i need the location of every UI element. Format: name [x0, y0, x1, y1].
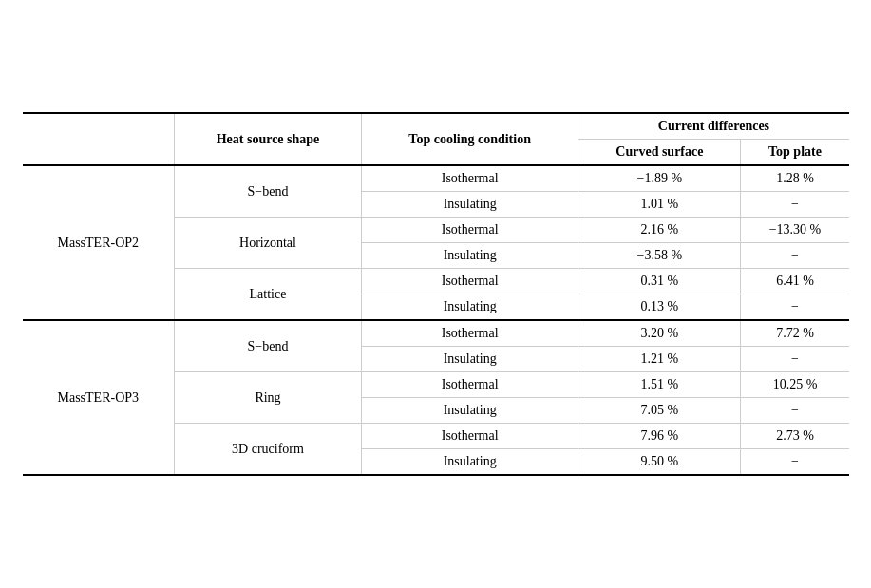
curved-value: 1.51 %: [578, 372, 741, 398]
table-container: Heat source shape Top cooling condition …: [23, 112, 849, 476]
condition-cell: Isothermal: [361, 269, 578, 294]
top-plate-value: 10.25 %: [741, 372, 849, 398]
top-plate-value: 1.28 %: [741, 165, 849, 192]
curved-value: 7.05 %: [578, 398, 741, 424]
curved-value: 3.20 %: [578, 320, 741, 347]
condition-cell: Isothermal: [361, 218, 578, 243]
condition-cell: Isothermal: [361, 424, 578, 449]
condition-cell: Insulating: [361, 294, 578, 321]
header-heat-source: Heat source shape: [175, 113, 362, 165]
curved-value: 7.96 %: [578, 424, 741, 449]
top-plate-value: −: [741, 243, 849, 269]
group-label: MassTER-OP3: [23, 320, 175, 475]
header-row-1: Heat source shape Top cooling condition …: [23, 113, 849, 140]
header-current-diff: Current differences: [578, 113, 849, 140]
shape-label: S−bend: [175, 165, 362, 218]
condition-cell: Insulating: [361, 398, 578, 424]
top-plate-value: −: [741, 347, 849, 372]
top-plate-value: −: [741, 398, 849, 424]
curved-value: −1.89 %: [578, 165, 741, 192]
condition-cell: Insulating: [361, 347, 578, 372]
table-row: MassTER-OP2S−bendIsothermal−1.89 %1.28 %: [23, 165, 849, 192]
header-top-cooling: Top cooling condition: [361, 113, 578, 165]
condition-cell: Isothermal: [361, 320, 578, 347]
shape-label: 3D cruciform: [175, 424, 362, 476]
curved-value: 0.13 %: [578, 294, 741, 321]
header-curved: Curved surface: [578, 140, 741, 166]
condition-cell: Insulating: [361, 449, 578, 476]
group-label: MassTER-OP2: [23, 165, 175, 320]
condition-cell: Insulating: [361, 243, 578, 269]
curved-value: 1.01 %: [578, 192, 741, 218]
condition-cell: Isothermal: [361, 165, 578, 192]
table-body: MassTER-OP2S−bendIsothermal−1.89 %1.28 %…: [23, 165, 849, 475]
shape-label: Horizontal: [175, 218, 362, 269]
shape-label: Lattice: [175, 269, 362, 321]
curved-value: −3.58 %: [578, 243, 741, 269]
data-table: Heat source shape Top cooling condition …: [23, 112, 849, 476]
top-plate-value: 6.41 %: [741, 269, 849, 294]
curved-value: 0.31 %: [578, 269, 741, 294]
header-top-plate: Top plate: [741, 140, 849, 166]
curved-value: 9.50 %: [578, 449, 741, 476]
condition-cell: Insulating: [361, 192, 578, 218]
table-row: MassTER-OP3S−bendIsothermal3.20 %7.72 %: [23, 320, 849, 347]
top-plate-value: 7.72 %: [741, 320, 849, 347]
top-plate-value: −: [741, 294, 849, 321]
curved-value: 2.16 %: [578, 218, 741, 243]
curved-value: 1.21 %: [578, 347, 741, 372]
top-plate-value: −: [741, 192, 849, 218]
shape-label: S−bend: [175, 320, 362, 372]
top-plate-value: −13.30 %: [741, 218, 849, 243]
top-plate-value: −: [741, 449, 849, 476]
top-plate-value: 2.73 %: [741, 424, 849, 449]
condition-cell: Isothermal: [361, 372, 578, 398]
shape-label: Ring: [175, 372, 362, 424]
header-empty: [23, 113, 175, 165]
